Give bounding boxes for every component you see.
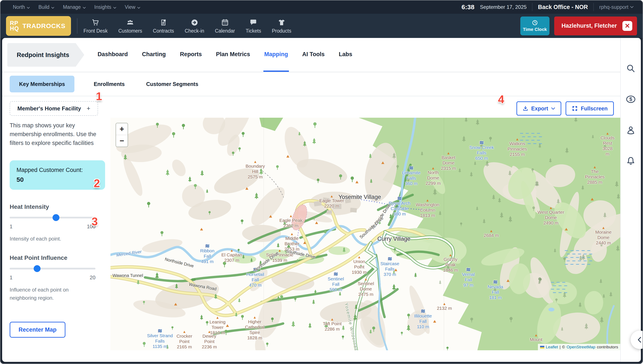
- mapped-customer-count-box: Mapped Customer Count: 50: [10, 160, 105, 190]
- map-toolbar: Member's Home Facility + Export Fullscre…: [2, 99, 620, 118]
- export-button[interactable]: Export: [516, 102, 561, 116]
- contract-icon: [160, 18, 167, 26]
- shirt-icon: [278, 18, 286, 26]
- nav-front-desk[interactable]: Front Desk: [84, 18, 108, 34]
- brand-name: TRADROCKS: [23, 22, 66, 30]
- nav-contracts[interactable]: Contracts: [153, 18, 174, 34]
- chevron-down-icon: [113, 4, 116, 10]
- map-attribution: Leaflet | © OpenStreetMap contributors: [538, 344, 620, 350]
- slider-block-1: Heat Point Influence120Influence of each…: [10, 254, 108, 302]
- slider-track[interactable]: [10, 217, 96, 218]
- menu-insights[interactable]: Insights: [94, 4, 116, 10]
- slider-min: 1: [10, 224, 13, 230]
- menu-view[interactable]: View: [125, 4, 140, 10]
- count-value: 50: [17, 176, 98, 183]
- attribution-separator: |: [559, 345, 561, 350]
- checkin-icon: [191, 18, 198, 26]
- subtab-key-memberships[interactable]: Key Memberships: [10, 76, 75, 92]
- tab-labs[interactable]: Labs: [338, 38, 353, 72]
- subtab-list: Key MembershipsEnrollmentsCustomer Segme…: [2, 72, 620, 96]
- contributors-text: contributors: [597, 345, 618, 350]
- app-bar: RPHQ TRADROCKS Front DeskCustomersContra…: [1, 14, 642, 38]
- menu-list: NorthBuildManageInsightsView: [13, 4, 140, 10]
- close-icon[interactable]: ✕: [622, 21, 632, 31]
- slider-scale: 1100: [10, 224, 96, 230]
- menu-manage[interactable]: Manage: [63, 4, 86, 10]
- menu-north[interactable]: North: [13, 4, 30, 10]
- main-row: This map shows your key membership enrol…: [2, 118, 620, 362]
- chevron-down-icon: [51, 4, 54, 10]
- plus-icon[interactable]: +: [87, 105, 91, 112]
- clock-time: 6:38: [461, 4, 474, 11]
- calendar-icon: [221, 18, 229, 26]
- menu-label: Insights: [94, 4, 111, 10]
- menu-label: View: [125, 4, 135, 10]
- slider-thumb[interactable]: [34, 265, 41, 272]
- nav-label: Products: [272, 28, 291, 34]
- menu-build[interactable]: Build: [39, 4, 54, 10]
- subtab-customer-segments[interactable]: Customer Segments: [144, 81, 200, 87]
- divider: [77, 18, 78, 34]
- openstreetmap-link[interactable]: OpenStreetMap: [567, 345, 595, 350]
- clock-icon: [532, 20, 538, 26]
- logo-monogram: RPHQ: [10, 20, 19, 31]
- slider-max: 20: [90, 274, 96, 280]
- tab-list: DashboardChartingReportsPlan MetricsMapp…: [97, 38, 353, 72]
- zoom-in-button[interactable]: +: [116, 123, 128, 135]
- home-facility-filter-chip[interactable]: Member's Home Facility +: [10, 101, 98, 116]
- count-label: Mapped Customer Count:: [17, 167, 98, 174]
- nav-check-in[interactable]: Check-in: [185, 18, 204, 34]
- divider: [593, 3, 594, 11]
- time-clock-button[interactable]: Time Clock: [520, 16, 549, 35]
- tab-dashboard[interactable]: Dashboard: [97, 38, 129, 72]
- slider-caption: Influence of each point on neighboring r…: [10, 286, 87, 302]
- slider-thumb[interactable]: [53, 214, 60, 221]
- topbar-right: 6:38 September 17, 2025 Back Office - NO…: [461, 3, 633, 11]
- export-label: Export: [531, 106, 548, 112]
- bell-icon[interactable]: [626, 156, 635, 166]
- nav-calendar[interactable]: Calendar: [215, 18, 235, 34]
- account-menu[interactable]: rphq-support: [599, 4, 633, 10]
- recenter-map-button[interactable]: Recenter Map: [10, 322, 66, 338]
- office-name[interactable]: Back Office - NOR: [538, 4, 588, 10]
- annotation-2: 2: [94, 177, 100, 190]
- brand-logo[interactable]: RPHQ TRADROCKS: [6, 16, 71, 36]
- tab-ai-tools[interactable]: AI Tools: [301, 38, 326, 72]
- copyright-symbol: ©: [562, 345, 565, 350]
- search-icon[interactable]: [626, 64, 635, 74]
- subtab-enrollments[interactable]: Enrollments: [92, 81, 127, 87]
- nav-tickets[interactable]: Tickets: [246, 18, 261, 34]
- app-nav: Front DeskCustomersContractsCheck-inCale…: [84, 18, 291, 34]
- tab-reports[interactable]: Reports: [179, 38, 203, 72]
- menu-label: Manage: [63, 4, 81, 10]
- tab-charting[interactable]: Charting: [141, 38, 167, 72]
- fullscreen-label: Fullscreen: [581, 106, 608, 112]
- nav-products[interactable]: Products: [272, 18, 291, 34]
- appbar-right: Time Clock Hazlehurst, Fletcher ✕: [520, 16, 637, 35]
- map-description: This map shows your key membership enrol…: [10, 121, 104, 148]
- slider-track[interactable]: [10, 268, 96, 270]
- leaflet-link[interactable]: Leaflet: [546, 345, 558, 350]
- right-icon-rail: $: [620, 38, 641, 362]
- annotation-3: 3: [92, 215, 98, 228]
- dollar-icon[interactable]: $: [626, 94, 636, 105]
- menu-label: Build: [39, 4, 49, 10]
- slider-min: 1: [10, 274, 13, 280]
- annotation-1: 1: [96, 90, 102, 103]
- nav-label: Check-in: [185, 28, 204, 34]
- app-window: NorthBuildManageInsightsView 6:38 Septem…: [0, 0, 643, 364]
- person-icon[interactable]: [626, 126, 635, 136]
- slider-caption: Intensity of each point.: [10, 235, 87, 243]
- zoom-out-button[interactable]: −: [116, 135, 128, 147]
- active-user-button[interactable]: Hazlehurst, Fletcher ✕: [554, 16, 637, 35]
- tab-plan-metrics[interactable]: Plan Metrics: [215, 38, 251, 72]
- ukraine-flag-icon: [540, 346, 544, 348]
- people-icon: [126, 18, 134, 26]
- nav-customers[interactable]: Customers: [118, 18, 142, 34]
- menu-label: North: [13, 4, 25, 10]
- content-main: Redpoint Insights DashboardChartingRepor…: [2, 38, 620, 362]
- fullscreen-button[interactable]: Fullscreen: [565, 102, 614, 116]
- tab-mapping[interactable]: Mapping: [263, 38, 289, 72]
- map-canvas[interactable]: ▲Boundary Hill 2575 m▲Eagle Tower 2220 m…: [111, 118, 620, 350]
- chevron-down-icon: [137, 4, 140, 10]
